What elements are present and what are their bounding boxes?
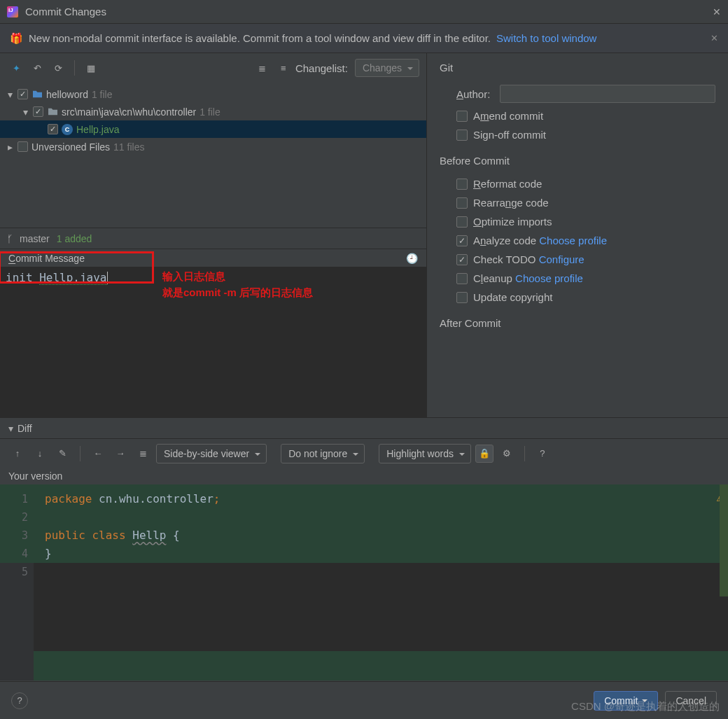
commit-message-input[interactable]: init Hellp.java 输入日志信息 就是commit -m 后写的日志… (0, 267, 426, 417)
group-icon[interactable]: ▦ (82, 59, 100, 77)
class-icon: C (62, 124, 73, 135)
todo-label: Check TODO Configure (473, 253, 584, 265)
ignore-select[interactable]: Do not ignore (281, 444, 365, 463)
checkbox[interactable] (33, 106, 43, 117)
folder-icon (47, 106, 58, 118)
help-button[interactable]: ? (11, 692, 28, 709)
refresh-icon[interactable]: ✦ (7, 59, 25, 77)
nav-back-icon[interactable]: ← (89, 445, 107, 463)
cleanup-checkbox[interactable] (456, 273, 468, 284)
diff-section: ▾ Diff ↑ ↓ ✎ ← → ≣ Side-by-side viewer D… (0, 417, 728, 680)
diff-header[interactable]: ▾ Diff (0, 417, 728, 438)
line-gutter: 1234 5 (0, 484, 34, 680)
cleanup-label: Cleanup Choose profile (473, 272, 583, 284)
branch-icon: ᚶ (7, 233, 13, 244)
options-panel: Git Author: Amend commit Sign-off commit… (427, 53, 728, 417)
changes-tree[interactable]: ▾ helloword 1 file ▾ src\main\java\cn\wh… (0, 83, 426, 228)
analyze-checkbox[interactable] (456, 235, 468, 246)
copyright-label: Update copyright (473, 291, 552, 303)
tree-label: Unversioned Files (31, 141, 110, 153)
rearrange-checkbox[interactable] (456, 197, 468, 209)
gear-icon[interactable]: ⚙ (498, 445, 516, 463)
diff-toolbar: ↑ ↓ ✎ ← → ≣ Side-by-side viewer Do not i… (0, 438, 728, 468)
cancel-button[interactable]: Cancel (665, 691, 717, 711)
help-icon[interactable]: ? (533, 445, 552, 463)
configure-link[interactable]: Configure (539, 253, 584, 265)
after-commit-title: After Commit (440, 317, 715, 329)
signoff-checkbox[interactable] (456, 130, 468, 141)
signoff-label: Sign-off commit (473, 129, 546, 141)
checkbox[interactable] (48, 124, 58, 134)
optimize-label: Optimize imports (473, 216, 552, 228)
expand-icon[interactable]: ≣ (253, 59, 272, 77)
app-icon (7, 6, 18, 18)
changes-toolbar: ✦ ↶ ⟳ ▦ ≣ ≡ Changelist: Changes (0, 53, 426, 83)
highlight-select[interactable]: Highlight words (379, 444, 471, 463)
todo-checkbox[interactable] (456, 254, 468, 265)
banner-close-icon[interactable]: ✕ (710, 33, 718, 43)
author-label: Author: (456, 88, 490, 100)
viewer-select[interactable]: Side-by-side viewer (156, 444, 267, 463)
tree-meta: 11 files (113, 141, 144, 153)
sync-icon[interactable]: ⟳ (49, 59, 67, 77)
author-input[interactable] (500, 85, 715, 103)
banner-text: New non-modal commit interface is availa… (29, 32, 491, 44)
undo-icon[interactable]: ↶ (28, 59, 46, 77)
changelist-label: Changelist: (295, 62, 348, 74)
annotation-text-1: 输入日志信息 (162, 270, 225, 284)
annotation-text-2: 就是commit -m 后写的日志信息 (162, 286, 313, 300)
checkbox[interactable] (18, 141, 28, 152)
changelist-select[interactable]: Changes (355, 59, 419, 77)
nav-fwd-icon[interactable]: → (111, 445, 130, 463)
tree-root[interactable]: ▾ helloword 1 file (0, 85, 426, 103)
scroll-marker (720, 484, 728, 596)
titlebar: Commit Changes ✕ (0, 0, 728, 24)
amend-checkbox[interactable] (456, 111, 468, 122)
info-banner: 🎁 New non-modal commit interface is avai… (0, 24, 728, 53)
commit-message-label: Commit Message 🕘 (0, 249, 426, 267)
prev-diff-icon[interactable]: ↑ (8, 445, 27, 463)
list-icon[interactable]: ≣ (134, 445, 152, 463)
tree-file-selected[interactable]: C Hellp.java (0, 120, 426, 138)
copyright-checkbox[interactable] (456, 292, 468, 303)
amend-label: Amend commit (473, 110, 543, 122)
chevron-down-icon[interactable]: ▾ (8, 423, 13, 434)
dialog-footer: ? Commit Cancel (0, 681, 728, 719)
code-lines: package cn.whu.controller; public class … (34, 484, 728, 680)
collapse-icon[interactable]: ≡ (274, 59, 293, 77)
analyze-label: Analyze code Choose profile (473, 235, 607, 246)
git-section-title: Git (440, 62, 715, 74)
edit-icon[interactable]: ✎ (53, 445, 71, 463)
tree-meta: 1 file (200, 106, 220, 118)
banner-link[interactable]: Switch to tool window (496, 32, 596, 44)
tree-meta: 1 file (92, 89, 113, 100)
tree-label: Hellp.java (76, 124, 119, 135)
commit-message-text: init Hellp.java (6, 271, 107, 285)
chevron-right-icon[interactable]: ▸ (6, 141, 14, 153)
choose-profile-link[interactable]: Choose profile (515, 272, 583, 284)
chevron-down-icon[interactable]: ▾ (6, 89, 14, 100)
history-icon[interactable]: 🕘 (406, 253, 418, 264)
reformat-checkbox[interactable] (456, 179, 468, 190)
close-icon[interactable]: ✕ (713, 6, 721, 18)
status-bar: ᚶ master 1 added (0, 228, 426, 249)
choose-profile-link[interactable]: Choose profile (539, 235, 607, 246)
commit-button[interactable]: Commit (594, 691, 658, 711)
tree-folder[interactable]: ▾ src\main\java\cn\whu\controller 1 file (0, 103, 426, 120)
folder-icon (31, 89, 43, 100)
lock-icon[interactable]: 🔒 (475, 445, 493, 463)
rearrange-label: Rearrange code (473, 197, 549, 209)
version-label: Your version (0, 468, 728, 484)
tree-label: helloword (46, 89, 88, 100)
code-viewer[interactable]: 1234 5 package cn.whu.controller; public… (0, 484, 728, 680)
chevron-down-icon[interactable]: ▾ (21, 106, 29, 118)
checkbox[interactable] (18, 89, 28, 99)
optimize-checkbox[interactable] (456, 216, 468, 228)
before-commit-title: Before Commit (440, 155, 715, 167)
next-diff-icon[interactable]: ↓ (31, 445, 49, 463)
added-count: 1 added (57, 233, 92, 244)
branch-name: master (20, 233, 50, 244)
tree-unversioned[interactable]: ▸ Unversioned Files 11 files (0, 138, 426, 155)
tree-label: src\main\java\cn\whu\controller (62, 106, 196, 118)
window-title: Commit Changes (25, 6, 106, 18)
